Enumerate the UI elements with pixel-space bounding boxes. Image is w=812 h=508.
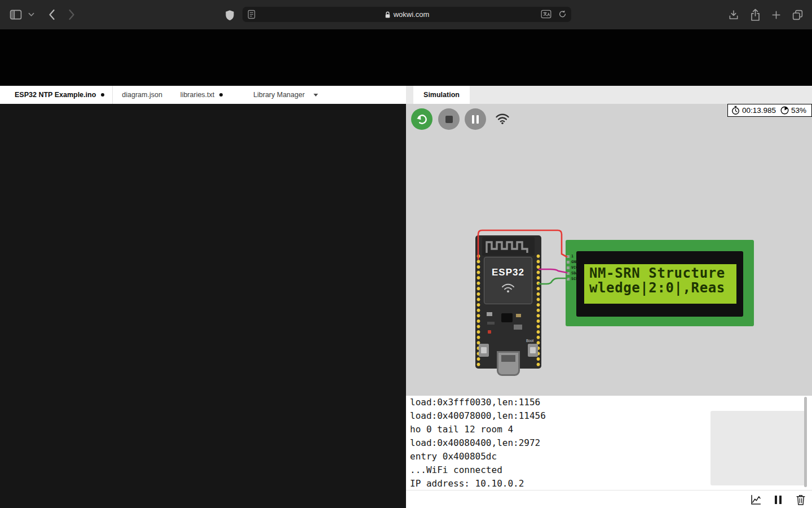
flash-chip xyxy=(501,313,513,322)
plus-icon xyxy=(771,10,782,20)
tab-label: ESP32 NTP Example.ino xyxy=(15,91,96,99)
tab-sketch-file[interactable]: ESP32 NTP Example.ino xyxy=(0,86,113,104)
boot-button[interactable] xyxy=(528,344,538,357)
wire-sda-magenta[interactable] xyxy=(539,269,567,273)
capacitor xyxy=(516,314,521,317)
pin-pad xyxy=(567,266,570,269)
stop-simulation-button[interactable] xyxy=(438,108,460,130)
url-text: wokwi.com xyxy=(394,10,430,19)
pin-label: GND xyxy=(571,260,578,264)
lcd-line-2: wledge|2:0|,Reas xyxy=(584,281,736,295)
capacitor xyxy=(487,312,492,316)
reader-view-button[interactable] xyxy=(248,10,255,19)
serial-scrollbar[interactable] xyxy=(804,397,807,487)
pin-label: SCL xyxy=(571,277,578,281)
serial-plotter-button[interactable] xyxy=(748,492,764,507)
simulation-stats: 00:13.985 53% xyxy=(727,104,812,117)
button-cap xyxy=(481,347,487,353)
pause-simulation-button[interactable] xyxy=(465,108,486,130)
shield-icon xyxy=(225,10,235,21)
lcd-bezel: NM-SRN Structure wledge|2:0|,Reas xyxy=(576,251,743,317)
pin-pad xyxy=(567,255,570,258)
stop-icon xyxy=(445,116,453,123)
pause-icon xyxy=(472,115,479,124)
simulation-tabbar: Simulation xyxy=(406,86,812,104)
back-button[interactable] xyxy=(45,7,59,22)
restart-simulation-button[interactable] xyxy=(411,108,433,130)
stopwatch-icon xyxy=(731,106,740,115)
trash-icon xyxy=(795,494,806,506)
back-chevron-icon xyxy=(47,8,56,21)
lcd-screen: NM-SRN Structure wledge|2:0|,Reas xyxy=(584,264,736,304)
translate-button[interactable] xyxy=(541,10,551,19)
lcd1602-display[interactable]: NM-SRN Structure wledge|2:0|,Reas 1 GND … xyxy=(566,240,754,326)
lcd-pin-gnd[interactable]: GND xyxy=(567,259,578,265)
pin-pad xyxy=(567,261,570,264)
tab-label: diagram.json xyxy=(122,91,162,99)
chevron-down-icon xyxy=(314,94,318,97)
esp32-board[interactable]: ESP32 Boot xyxy=(475,235,541,369)
share-icon xyxy=(750,8,761,21)
power-led xyxy=(488,330,491,334)
en-button[interactable] xyxy=(479,344,489,357)
tabs-icon xyxy=(792,9,804,21)
pin-label: SDA xyxy=(571,271,578,275)
share-button[interactable] xyxy=(748,7,762,22)
reload-button[interactable] xyxy=(558,10,567,19)
tab-diagram-json[interactable]: diagram.json xyxy=(113,86,171,104)
pin-pad xyxy=(567,278,570,281)
privacy-report-button[interactable] xyxy=(223,8,236,22)
wifi-logo-icon xyxy=(501,282,515,294)
serial-toolbar xyxy=(406,490,812,508)
scrollbar-track-overlay xyxy=(710,411,805,485)
code-editor-pane[interactable] xyxy=(0,104,406,508)
tab-label: Simulation xyxy=(423,91,460,99)
tab-overview-button[interactable] xyxy=(789,8,805,21)
forward-chevron-icon xyxy=(67,8,76,21)
serial-pause-button[interactable] xyxy=(770,492,786,507)
serial-clear-button[interactable] xyxy=(793,492,809,507)
esp32-antenna xyxy=(482,237,535,256)
lcd-pin-sda[interactable]: SDA xyxy=(567,270,578,276)
tab-library-manager[interactable]: Library Manager xyxy=(244,86,327,104)
restart-icon xyxy=(416,113,429,126)
esp32-label: ESP32 xyxy=(484,267,532,278)
screen: wokwi.com xyxy=(0,0,812,508)
wire-scl-green[interactable] xyxy=(539,278,567,284)
elapsed-time: 00:13.985 xyxy=(742,106,776,115)
speed-gauge-icon xyxy=(780,106,789,115)
tab-libraries-txt[interactable]: libraries.txt xyxy=(171,86,232,104)
reader-icon xyxy=(248,10,255,19)
wifi-status-indicator xyxy=(495,111,510,126)
resistor xyxy=(487,322,495,325)
forward-button[interactable] xyxy=(65,7,78,22)
lcd-pin-vcc[interactable]: VCC xyxy=(567,265,578,270)
lcd-pin-1[interactable]: 1 xyxy=(567,253,573,259)
downloads-button[interactable] xyxy=(726,8,741,21)
pause-icon xyxy=(775,496,782,504)
serial-line: load:0x3fff0030,len:1156 xyxy=(406,396,812,409)
modified-dot-icon xyxy=(219,93,223,97)
address-bar[interactable]: wokwi.com xyxy=(242,7,571,22)
browser-toolbar: wokwi.com xyxy=(0,0,812,29)
editor-tabbar: ESP32 NTP Example.ino diagram.json libra… xyxy=(0,86,406,104)
lock-icon xyxy=(385,11,391,19)
tab-label: Library Manager xyxy=(253,91,304,99)
esp32-shield: ESP32 xyxy=(484,257,532,304)
regulator-chip xyxy=(514,325,522,330)
lcd-pin-scl[interactable]: SCL xyxy=(567,276,578,282)
simulation-pane: 00:13.985 53% ESP32 xyxy=(406,104,812,508)
chevron-down-icon xyxy=(28,12,34,17)
pin-label: 1 xyxy=(571,254,573,259)
usb-port xyxy=(501,355,515,362)
lcd-line-1: NM-SRN Structure xyxy=(584,264,736,281)
sidebar-toggle-button[interactable] xyxy=(9,9,23,20)
sidebar-menu-chevron[interactable] xyxy=(27,12,35,17)
modified-dot-icon xyxy=(101,93,104,97)
antenna-pattern-icon xyxy=(482,237,535,256)
tab-simulation[interactable]: Simulation xyxy=(413,86,470,104)
pin-label: VCC xyxy=(571,265,578,270)
button-cap xyxy=(530,347,536,353)
new-tab-button[interactable] xyxy=(769,8,783,21)
translate-icon xyxy=(541,10,551,19)
